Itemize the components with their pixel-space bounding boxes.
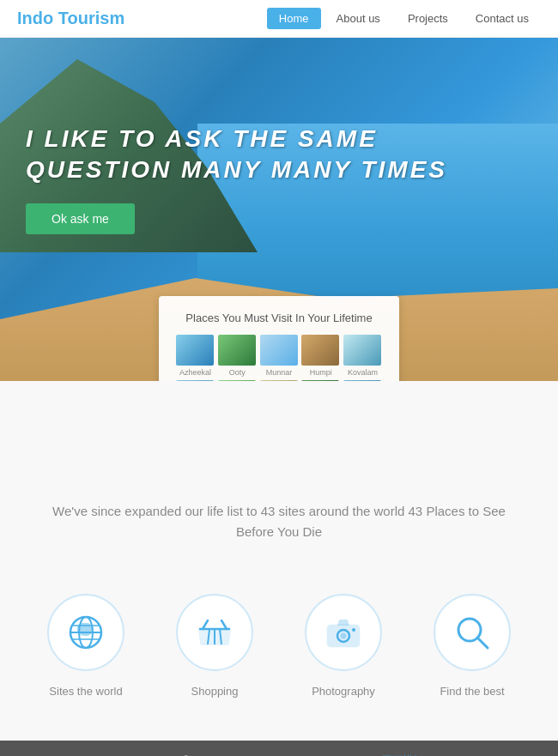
place-azheekal[interactable]: Azheekal xyxy=(176,335,215,377)
logo-rest: Tourism xyxy=(53,9,124,27)
card-images-grid: Azheekal Ooty Munnar Humpi Kovalam Kut xyxy=(176,335,382,381)
hero-section: I LIKE TO ASK THE SAME QUESTION MANY MAN… xyxy=(0,38,558,381)
nav-projects[interactable]: Projects xyxy=(396,8,460,29)
logo: Indo Tourism xyxy=(17,9,124,28)
description-section: We've since expanded our life list to 43… xyxy=(0,475,558,577)
svg-line-14 xyxy=(477,638,488,648)
footer: Copyright © 2014.Company name All rights… xyxy=(0,741,558,756)
feature-label-shopping: Shopping xyxy=(191,685,239,698)
features-section: Sites the world Shopping xyxy=(0,577,558,741)
place-humpi[interactable]: Humpi xyxy=(301,335,340,377)
place-thenmala[interactable]: Thenmala xyxy=(218,380,257,381)
nav: Home About us Projects Contact us xyxy=(267,8,541,29)
hero-cta-button[interactable]: Ok ask me xyxy=(26,203,135,234)
hero-spacer xyxy=(0,381,558,475)
hero-text-block: I LIKE TO ASK THE SAME QUESTION MANY MAN… xyxy=(26,124,455,234)
place-kovalam[interactable]: Kovalam xyxy=(343,335,382,377)
search-icon-circle[interactable] xyxy=(434,594,511,671)
basket-icon xyxy=(194,612,235,653)
nav-contact[interactable]: Contact us xyxy=(464,8,541,29)
feature-label-sites: Sites the world xyxy=(49,685,122,698)
places-card: Places You Must Visit In Your Lifetime A… xyxy=(159,296,399,381)
svg-point-12 xyxy=(352,628,355,632)
basket-icon-circle[interactable] xyxy=(176,594,253,671)
feature-label-photography: Photography xyxy=(312,685,375,698)
globe-icon-circle[interactable] xyxy=(47,594,124,671)
svg-point-11 xyxy=(341,633,347,639)
search-icon xyxy=(452,612,493,653)
globe-icon xyxy=(65,612,106,653)
feature-shopping: Shopping xyxy=(150,594,279,698)
logo-bold: Indo xyxy=(17,9,53,27)
hero-title: I LIKE TO ASK THE SAME QUESTION MANY MAN… xyxy=(26,124,455,186)
place-ooty[interactable]: Ooty xyxy=(218,335,257,377)
place-punaloor[interactable]: Punaloor xyxy=(343,380,382,381)
description-text: We've since expanded our life list to 43… xyxy=(52,501,506,542)
feature-photography: Photography xyxy=(279,594,408,698)
camera-icon xyxy=(323,612,364,653)
header: Indo Tourism Home About us Projects Cont… xyxy=(0,0,558,38)
place-beach[interactable]: Beach xyxy=(260,380,299,381)
place-munnar1[interactable]: Munnar xyxy=(260,335,299,377)
place-munnar2[interactable]: Munnar xyxy=(301,380,340,381)
nav-about[interactable]: About us xyxy=(324,8,392,29)
card-title: Places You Must Visit In Your Lifetime xyxy=(176,311,382,324)
feature-find-best: Find the best xyxy=(408,594,537,698)
camera-icon-circle[interactable] xyxy=(305,594,382,671)
feature-sites-world: Sites the world xyxy=(21,594,150,698)
nav-home[interactable]: Home xyxy=(267,8,321,29)
feature-label-find-best: Find the best xyxy=(440,685,504,698)
place-kuttanad[interactable]: Kuttanad xyxy=(176,380,215,381)
